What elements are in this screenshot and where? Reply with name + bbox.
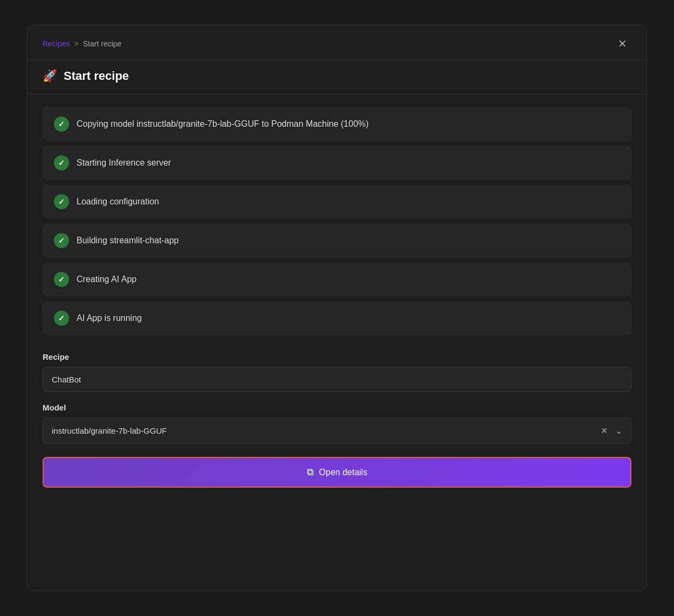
step-item-inference-server: Starting Inference server — [43, 146, 631, 180]
modal-body: Copying model instructlab/granite-7b-lab… — [27, 94, 647, 501]
model-select-icons: ✕ ⌄ — [601, 426, 622, 436]
step-check-copy-model — [54, 117, 69, 132]
model-select-row[interactable]: instructlab/granite-7b-lab-GGUF ✕ ⌄ — [43, 417, 631, 444]
breadcrumb: Recipes > Start recipe — [43, 39, 121, 48]
step-label-creating-ai-app: Creating AI App — [77, 275, 136, 284]
page-title: Start recipe — [64, 69, 129, 83]
open-details-label: Open details — [319, 468, 368, 477]
model-field-group: Model instructlab/granite-7b-lab-GGUF ✕ … — [43, 403, 631, 444]
chevron-down-icon[interactable]: ⌄ — [615, 426, 622, 436]
step-item-building-app: Building streamlit-chat-app — [43, 224, 631, 257]
step-item-creating-ai-app: Creating AI App — [43, 263, 631, 296]
step-check-loading-config — [54, 194, 69, 209]
breadcrumb-current: Start recipe — [83, 39, 122, 48]
external-link-icon: ⧉ — [307, 467, 314, 478]
open-details-button[interactable]: ⧉ Open details — [43, 457, 631, 488]
step-label-inference-server: Starting Inference server — [77, 158, 171, 168]
recipe-value: ChatBot — [43, 367, 631, 392]
recipe-field-group: Recipe ChatBot — [43, 352, 631, 392]
step-check-creating-ai-app — [54, 272, 69, 287]
breadcrumb-recipes-link[interactable]: Recipes — [43, 39, 70, 48]
rocket-icon: 🚀 — [43, 69, 57, 83]
modal: Recipes > Start recipe ✕ 🚀 Start recipe … — [27, 25, 647, 591]
form-section: Recipe ChatBot Model instructlab/granite… — [43, 352, 631, 444]
step-check-building-app — [54, 233, 69, 248]
model-select-value: instructlab/granite-7b-lab-GGUF — [52, 426, 167, 435]
step-check-ai-running — [54, 311, 69, 326]
breadcrumb-separator: > — [74, 39, 79, 48]
recipe-label: Recipe — [43, 352, 631, 361]
step-label-copy-model: Copying model instructlab/granite-7b-lab… — [77, 119, 369, 129]
clear-model-icon[interactable]: ✕ — [601, 426, 608, 436]
step-list: Copying model instructlab/granite-7b-lab… — [43, 107, 631, 335]
close-button[interactable]: ✕ — [614, 36, 631, 51]
step-check-inference-server — [54, 155, 69, 170]
model-label: Model — [43, 403, 631, 412]
modal-title-row: 🚀 Start recipe — [27, 60, 647, 94]
modal-header: Recipes > Start recipe ✕ — [27, 25, 647, 60]
step-item-copy-model: Copying model instructlab/granite-7b-lab… — [43, 107, 631, 141]
step-label-ai-running: AI App is running — [77, 313, 142, 323]
step-label-building-app: Building streamlit-chat-app — [77, 236, 178, 245]
step-item-ai-running: AI App is running — [43, 302, 631, 335]
step-item-loading-config: Loading configuration — [43, 185, 631, 218]
step-label-loading-config: Loading configuration — [77, 197, 159, 207]
